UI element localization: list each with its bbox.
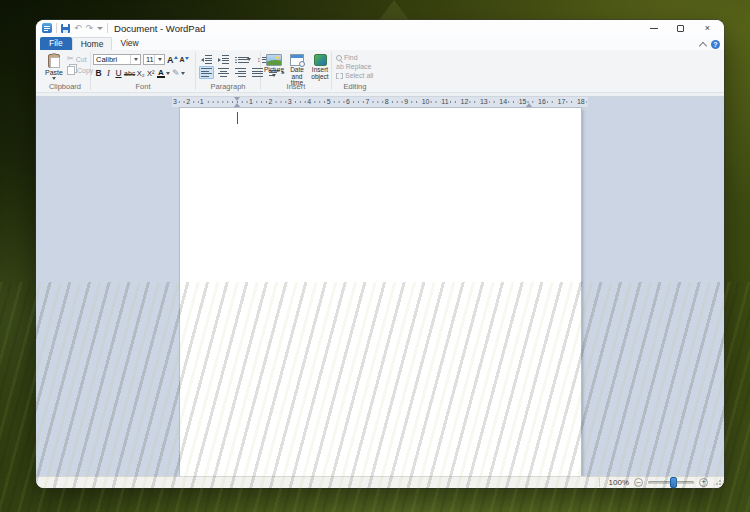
paragraph-row-2 <box>196 66 260 79</box>
maximize-button[interactable] <box>667 20 694 36</box>
cut-copy-column: ✂ Cut Copy <box>67 55 93 75</box>
strikethrough-button[interactable]: abc <box>124 67 135 79</box>
zoom-slider-thumb[interactable] <box>670 477 677 488</box>
align-left-button[interactable] <box>199 66 214 79</box>
down-tick-icon <box>185 57 189 60</box>
replace-button[interactable]: ab Replace <box>336 63 378 70</box>
font-row-2: B I U abc X₂ X² A ✎ <box>91 66 195 80</box>
select-all-label: Select all <box>345 72 373 79</box>
text-highlight-button[interactable]: ✎ <box>171 67 180 79</box>
font-family-dropdown[interactable] <box>130 55 140 64</box>
close-button[interactable]: × <box>694 20 721 36</box>
chevron-down-icon <box>158 58 162 61</box>
maximize-icon <box>677 25 684 32</box>
document-area: 321123456789101112131415161718 <box>36 93 724 476</box>
ruler: 321123456789101112131415161718 <box>172 97 588 107</box>
find-button[interactable]: Find <box>336 54 378 61</box>
underline-button[interactable]: U <box>114 67 123 79</box>
font-size-dropdown[interactable] <box>154 55 164 64</box>
first-line-indent-marker[interactable] <box>234 97 240 101</box>
updown-arrow-icon: ↕ <box>257 56 261 64</box>
paragraph-row-1: ↕ <box>196 53 260 66</box>
ruler-mark: 3 <box>172 97 178 107</box>
tab-file[interactable]: File <box>40 37 72 50</box>
tab-home[interactable]: Home <box>72 37 113 50</box>
hanging-indent-marker[interactable] <box>234 103 240 107</box>
select-all-button[interactable]: Select all <box>336 72 378 79</box>
ruler-mark: 13 <box>479 97 489 107</box>
ruler-mark: 6 <box>345 97 351 107</box>
paste-label: Paste <box>45 69 63 76</box>
cut-button[interactable]: ✂ Cut <box>67 55 93 63</box>
align-center-button[interactable] <box>216 66 231 79</box>
ruler-mark: 5 <box>326 97 332 107</box>
indent-left-arrow-icon <box>201 58 204 62</box>
replace-icon: ab <box>336 63 344 70</box>
picture-dropdown-icon <box>272 74 276 77</box>
font-size-value: 11 <box>144 55 154 64</box>
align-left-icon <box>201 68 212 77</box>
increase-indent-button[interactable] <box>216 53 231 66</box>
subscript-button[interactable]: X₂ <box>136 67 145 79</box>
font-family-value: Calibri <box>94 55 130 64</box>
font-size-combo[interactable]: 11 <box>143 54 165 65</box>
copy-icon <box>67 66 75 75</box>
insert-object-label: Insert object <box>310 67 330 80</box>
save-icon[interactable] <box>61 24 70 33</box>
wordpad-window: ↶ ↷ Document - WordPad × File Home View … <box>36 20 724 488</box>
right-indent-marker[interactable] <box>526 103 532 107</box>
zoom-in-button[interactable]: + <box>699 478 708 487</box>
italic-button[interactable]: I <box>104 67 113 79</box>
font-color-dropdown-icon[interactable] <box>166 72 170 75</box>
ruler-mark: 9 <box>403 97 409 107</box>
group-font: Calibri 11 A A B I U <box>91 50 195 92</box>
bold-button[interactable]: B <box>94 67 103 79</box>
ruler-mark: 7 <box>364 97 370 107</box>
align-right-button[interactable] <box>233 66 248 79</box>
align-center-icon <box>218 68 229 77</box>
document-page[interactable] <box>180 108 581 476</box>
status-bar: 100% – + <box>36 476 724 488</box>
date-time-icon <box>290 54 304 66</box>
superscript-button[interactable]: X² <box>146 67 155 79</box>
clipboard-group-label: Clipboard <box>40 82 90 91</box>
chevron-down-icon <box>134 58 138 61</box>
font-family-combo[interactable]: Calibri <box>93 54 141 65</box>
highlight-dropdown-icon[interactable] <box>181 72 185 75</box>
collapse-ribbon-chevron-icon[interactable] <box>699 41 707 49</box>
shrink-font-button[interactable]: A <box>180 55 189 65</box>
ruler-mark: 18 <box>576 97 586 107</box>
paste-button[interactable]: Paste <box>43 53 65 83</box>
close-icon: × <box>705 24 710 33</box>
replace-label: Replace <box>346 63 372 70</box>
tab-view[interactable]: View <box>112 37 146 50</box>
find-icon <box>336 55 342 61</box>
title-bar[interactable]: ↶ ↷ Document - WordPad × <box>36 20 724 36</box>
wordpad-app-icon[interactable] <box>42 23 52 33</box>
customize-toolbar-chevron-icon[interactable] <box>97 27 103 30</box>
bars-icon <box>205 55 212 64</box>
minimize-icon <box>650 28 658 29</box>
ruler-mark: 12 <box>459 97 469 107</box>
select-all-icon <box>336 73 343 79</box>
font-group-label: Font <box>91 82 195 91</box>
ruler-mark: 3 <box>287 97 293 107</box>
decrease-indent-button[interactable] <box>199 53 214 66</box>
grow-font-button[interactable]: A <box>167 55 178 65</box>
bullet-list-button[interactable] <box>233 55 253 65</box>
redo-icon[interactable]: ↷ <box>86 23 94 33</box>
zoom-out-button[interactable]: – <box>634 478 643 487</box>
minimize-button[interactable] <box>640 20 667 36</box>
group-clipboard: Paste ✂ Cut Copy Clipboard <box>40 50 90 92</box>
undo-icon[interactable]: ↶ <box>74 23 82 33</box>
font-color-button[interactable]: A <box>156 67 165 79</box>
ruler-mark: 4 <box>306 97 312 107</box>
editing-group-label: Editing <box>332 82 378 91</box>
zoom-slider-track[interactable] <box>648 481 694 484</box>
indent-right-arrow-icon <box>218 58 221 62</box>
copy-button[interactable]: Copy <box>67 66 93 75</box>
divider <box>107 23 108 33</box>
help-icon[interactable]: ? <box>711 40 720 49</box>
zoom-level-label: 100% <box>609 478 629 487</box>
window-controls: × <box>640 20 721 36</box>
